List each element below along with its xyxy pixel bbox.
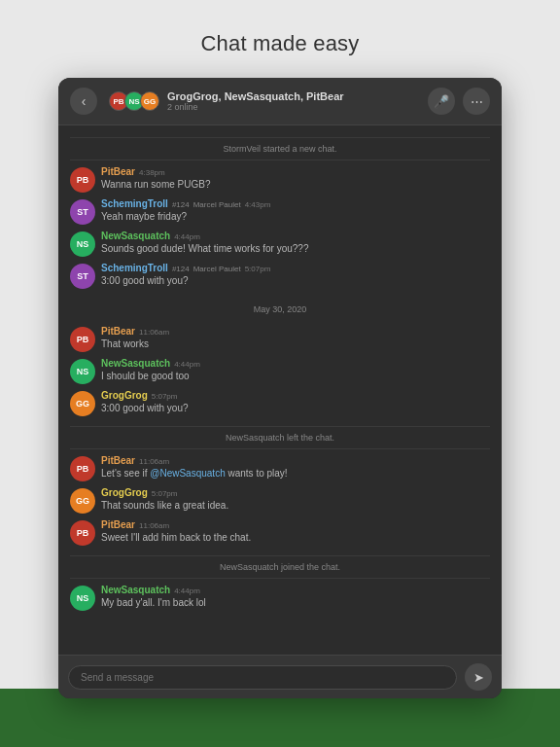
message-header: PitBear11:06am	[101, 455, 490, 466]
message-time: 4:44pm	[174, 232, 200, 241]
message-time: 5:07pm	[245, 265, 271, 273]
message-avatar: PB	[70, 327, 95, 352]
message-content: NewSasquatch4:44pmI should be good too	[101, 358, 490, 383]
message-text: 3:00 good with you?	[101, 402, 490, 415]
message-time: 4:44pm	[174, 360, 200, 369]
message-avatar: PB	[70, 167, 95, 193]
message-time: 4:38pm	[139, 168, 165, 177]
message-username: NewSasquatch	[101, 231, 170, 241]
message-content: GrogGrog5:07pmThat sounds like a great i…	[101, 487, 490, 513]
message-text: That works	[101, 338, 490, 351]
date-divider: May 30, 2020	[70, 299, 490, 320]
message-avatar: NS	[70, 231, 95, 257]
message-header: PitBear4:38pm	[101, 166, 490, 177]
message-extra: Marcel Paulet	[193, 265, 241, 273]
message-row: NSNewSasquatch4:44pmSounds good dude! Wh…	[70, 231, 490, 257]
message-text: Sounds good dude! What time works for yo…	[101, 242, 490, 256]
message-content: SchemingTroll#124Marcel Paulet4:43pmYeah…	[101, 198, 490, 224]
message-text: Let's see if @NewSasquatch wants to play…	[101, 467, 490, 480]
message-content: NewSasquatch4:44pmMy bad y'all. I'm back…	[101, 585, 490, 610]
input-area: ➤	[58, 655, 502, 698]
message-avatar: GG	[70, 391, 95, 416]
message-time: 4:44pm	[174, 587, 200, 595]
message-username: PitBear	[101, 166, 135, 177]
system-message: StormVeil started a new chat.	[70, 137, 490, 160]
message-text: That sounds like a great idea.	[101, 499, 490, 513]
message-content: SchemingTroll#124Marcel Paulet5:07pm3:00…	[101, 263, 490, 288]
message-username: NewSasquatch	[101, 358, 170, 369]
back-button[interactable]: ‹	[70, 88, 97, 115]
app-container: ‹ PB NS GG GrogGrog, NewSasquatch, PitBe…	[58, 78, 502, 698]
message-username: GrogGrog	[101, 390, 148, 401]
message-row: GGGrogGrog5:07pm3:00 good with you?	[70, 390, 490, 416]
message-text: My bad y'all. I'm back lol	[101, 596, 490, 610]
message-content: GrogGrog5:07pm3:00 good with you?	[101, 390, 490, 415]
message-text: Yeah maybe friday?	[101, 210, 490, 224]
message-header: SchemingTroll#124Marcel Paulet4:43pm	[101, 198, 490, 209]
more-button[interactable]: ⋯	[463, 88, 490, 115]
page-title: Chat made easy	[0, 0, 560, 72]
system-message: NewSasquatch joined the chat.	[70, 555, 490, 579]
message-input[interactable]	[68, 665, 457, 690]
message-content: NewSasquatch4:44pmSounds good dude! What…	[101, 231, 490, 256]
header-title: GrogGrog, NewSasquatch, PitBear	[167, 90, 420, 102]
avatar-groggrog: GG	[140, 91, 159, 111]
message-extra: Marcel Paulet	[193, 200, 241, 209]
message-header: NewSasquatch4:44pm	[101, 231, 490, 241]
voice-button[interactable]: 🎤	[428, 88, 455, 115]
message-header: PitBear11:06am	[101, 519, 490, 530]
message-text: 3:00 good with you?	[101, 274, 490, 288]
message-tag: #124	[172, 200, 190, 209]
message-row: NSNewSasquatch4:44pmMy bad y'all. I'm ba…	[70, 585, 490, 611]
message-row: PBPitBear11:06amLet's see if @NewSasquat…	[70, 455, 490, 481]
message-header: GrogGrog5:07pm	[101, 390, 490, 401]
message-row: PBPitBear4:38pmWanna run some PUGB?	[70, 166, 490, 193]
message-header: NewSasquatch4:44pm	[101, 358, 490, 369]
header-avatars: PB NS GG	[109, 91, 159, 111]
message-time: 5:07pm	[152, 489, 178, 498]
chat-area[interactable]: StormVeil started a new chat.PBPitBear4:…	[58, 125, 502, 655]
message-time: 4:43pm	[245, 200, 271, 209]
message-avatar: PB	[70, 520, 95, 546]
message-text: Wanna run some PUGB?	[101, 178, 490, 192]
message-username: SchemingTroll	[101, 198, 168, 209]
message-avatar: GG	[70, 488, 95, 514]
message-time: 11:06am	[139, 328, 169, 337]
message-avatar: PB	[70, 456, 95, 481]
header-subtitle: 2 online	[167, 102, 420, 112]
message-content: PitBear4:38pmWanna run some PUGB?	[101, 166, 490, 192]
message-header: NewSasquatch4:44pm	[101, 585, 490, 595]
message-header: GrogGrog5:07pm	[101, 487, 490, 498]
message-avatar: ST	[70, 264, 95, 289]
message-header: SchemingTroll#124Marcel Paulet5:07pm	[101, 263, 490, 273]
message-username: NewSasquatch	[101, 585, 170, 595]
send-button[interactable]: ➤	[465, 663, 492, 691]
system-message: NewSasquatch left the chat.	[70, 426, 490, 449]
message-time: 5:07pm	[152, 392, 178, 401]
message-username: PitBear	[101, 455, 135, 466]
message-avatar: NS	[70, 359, 95, 384]
message-username: SchemingTroll	[101, 263, 168, 273]
header-info: GrogGrog, NewSasquatch, PitBear 2 online	[167, 90, 420, 112]
message-username: PitBear	[101, 519, 135, 530]
message-username: GrogGrog	[101, 487, 148, 498]
message-row: NSNewSasquatch4:44pmI should be good too	[70, 358, 490, 384]
message-header: PitBear11:06am	[101, 326, 490, 337]
message-content: PitBear11:06amSweet I'll add him back to…	[101, 519, 490, 545]
message-avatar: NS	[70, 586, 95, 611]
header-actions: 🎤 ⋯	[428, 88, 490, 115]
message-tag: #124	[172, 265, 190, 273]
message-row: GGGrogGrog5:07pmThat sounds like a great…	[70, 487, 490, 514]
message-username: PitBear	[101, 326, 135, 337]
message-row: STSchemingTroll#124Marcel Paulet5:07pm3:…	[70, 263, 490, 289]
message-time: 11:06am	[139, 521, 169, 530]
message-text: Sweet I'll add him back to the chat.	[101, 531, 490, 545]
message-time: 11:06am	[139, 457, 169, 466]
message-text: I should be good too	[101, 370, 490, 383]
message-row: STSchemingTroll#124Marcel Paulet4:43pmYe…	[70, 198, 490, 225]
message-row: PBPitBear11:06amThat works	[70, 326, 490, 352]
message-row: PBPitBear11:06amSweet I'll add him back …	[70, 519, 490, 546]
chat-header: ‹ PB NS GG GrogGrog, NewSasquatch, PitBe…	[58, 78, 502, 125]
message-avatar: ST	[70, 199, 95, 225]
message-content: PitBear11:06amThat works	[101, 326, 490, 351]
